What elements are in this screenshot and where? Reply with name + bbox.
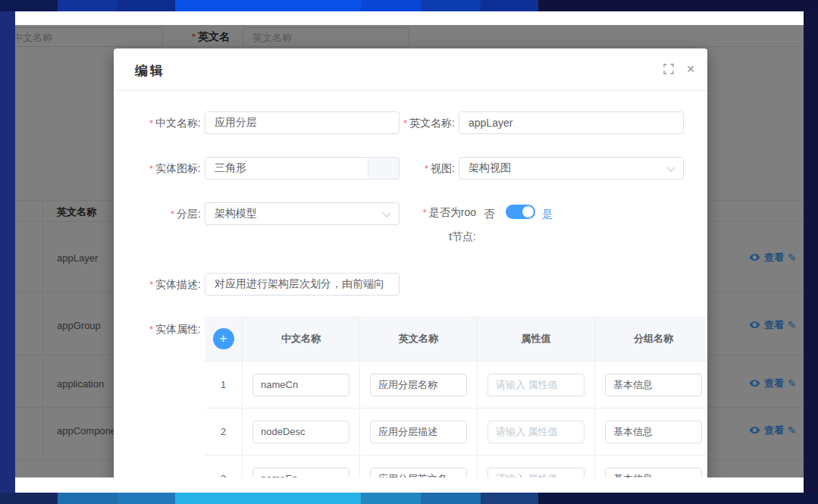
add-attribute-button[interactable]: + [213, 328, 234, 349]
fullscreen-icon[interactable] [663, 64, 674, 76]
is-root-label: *是否为roo t节点: [409, 206, 476, 252]
entity-attrs-label: *实体属性: [123, 318, 201, 341]
attr-value-input[interactable] [487, 468, 585, 478]
switch-off-label: 否 [484, 206, 494, 221]
edit-dialog: 编辑 ✕ *中文名称: *英文名称: [114, 49, 707, 477]
name-cn-label: *中文名称: [123, 111, 201, 135]
attr-name-en-input[interactable] [370, 374, 467, 396]
decorative-right-band [804, 11, 818, 493]
row-index: 3 [205, 455, 243, 477]
screen: *英文名 英文名称 appLayer 查看 ✎ [0, 0, 818, 504]
attribute-row: 2 [205, 409, 707, 455]
attribute-table: + 中文名称 英文名称 属性值 分组名称 1 2 [205, 316, 707, 477]
switch-on-label: 是 [542, 206, 553, 221]
attr-group-input[interactable] [605, 374, 702, 396]
dialog-title: 编辑 [135, 62, 165, 80]
attr-value-input[interactable] [487, 374, 585, 396]
attr-name-cn-input[interactable] [252, 374, 349, 396]
entity-desc-label: *实体描述: [123, 273, 201, 296]
entity-icon-input[interactable] [205, 157, 368, 180]
close-icon[interactable]: ✕ [686, 64, 695, 74]
col-header-name-cn: 中文名称 [243, 316, 360, 361]
attribute-table-header: + 中文名称 英文名称 属性值 分组名称 [205, 316, 707, 362]
view-select[interactable] [459, 157, 684, 180]
decorative-left-band [0, 11, 15, 493]
attr-value-input[interactable] [487, 421, 585, 443]
attr-group-input[interactable] [605, 421, 702, 443]
attr-group-input[interactable] [605, 468, 702, 478]
name-en-input[interactable] [459, 111, 684, 134]
col-header-attr-value: 属性值 [478, 316, 595, 361]
app-window: *英文名 英文名称 appLayer 查看 ✎ [15, 11, 804, 493]
col-header-group: 分组名称 [595, 316, 707, 361]
name-cn-input[interactable] [205, 111, 400, 134]
col-header-name-en: 英文名称 [360, 316, 478, 361]
attribute-row: 1 [205, 362, 707, 409]
layer-label: *分层: [123, 202, 201, 226]
attr-name-en-input[interactable] [370, 421, 467, 443]
decorative-bottom-band [0, 493, 818, 504]
view-label: *视图: [377, 157, 455, 180]
row-index: 1 [205, 362, 243, 408]
toggle-knob [522, 206, 534, 218]
layer-select[interactable] [205, 202, 400, 225]
attr-name-en-input[interactable] [370, 468, 467, 478]
page-viewport: *英文名 英文名称 appLayer 查看 ✎ [15, 25, 804, 477]
attr-name-cn-input[interactable] [252, 421, 349, 443]
entity-desc-input[interactable] [205, 273, 400, 296]
dialog-header: 编辑 ✕ [114, 49, 707, 91]
is-root-toggle[interactable] [506, 205, 535, 219]
entity-icon-label: *实体图标: [123, 157, 201, 180]
attr-name-cn-input[interactable] [252, 468, 349, 478]
decorative-top-band [0, 0, 818, 11]
row-index: 2 [205, 409, 243, 455]
name-en-label: *英文名称: [377, 111, 455, 135]
attribute-row: 3 [205, 455, 707, 477]
